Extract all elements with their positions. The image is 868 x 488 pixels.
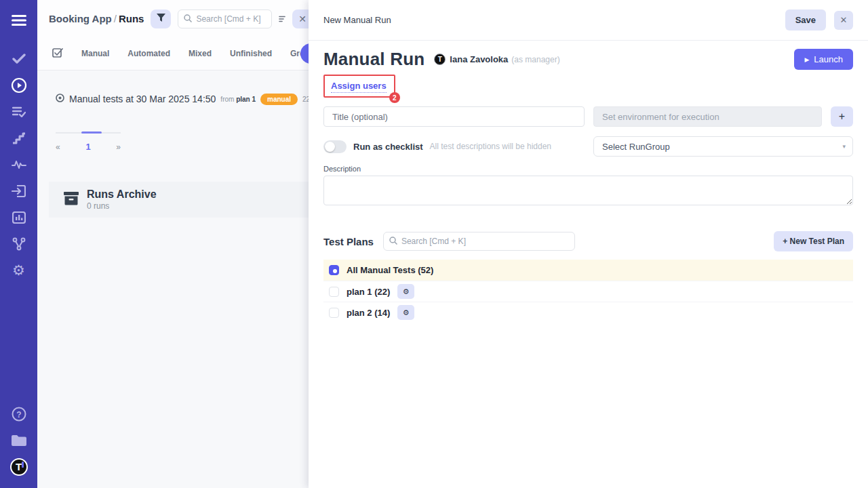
test-plans-list: All Manual Tests (52) plan 1 (22) ⚙ plan… (323, 260, 853, 323)
test-plans-search[interactable] (383, 232, 575, 251)
new-run-button-clipped[interactable] (300, 43, 309, 64)
svg-text:?: ? (16, 409, 21, 419)
reports-bar-chart-icon[interactable] (0, 204, 37, 230)
tab-manual[interactable]: Manual (81, 49, 109, 58)
runs-search[interactable] (178, 9, 272, 28)
folder-icon[interactable] (0, 427, 37, 453)
milestones-steps-icon[interactable] (0, 125, 37, 151)
new-test-plan-button[interactable]: + New Test Plan (774, 231, 853, 251)
panel-close-button[interactable]: ✕ (292, 9, 309, 28)
search-icon (184, 13, 192, 25)
checkbox-unchecked[interactable] (329, 308, 339, 318)
panel-header: New Manual Run Save ✕ (309, 0, 868, 41)
test-plans-heading: Test Plans (323, 236, 374, 247)
app-sidebar: ⚙ ? T (0, 0, 37, 488)
archive-title: Runs Archive (87, 188, 157, 201)
assign-users-highlight: Assign users 2 (323, 75, 395, 98)
run-form: + Run as checklist All test descriptions… (323, 106, 853, 157)
pagination-next-button[interactable]: » (116, 142, 121, 152)
checklist-hint: All test descriptions will be hidden (430, 142, 551, 151)
runs-search-input[interactable] (196, 14, 266, 24)
runs-play-circle-icon[interactable] (0, 72, 37, 98)
import-icon[interactable] (0, 178, 37, 204)
checkbox-unchecked[interactable] (329, 287, 339, 297)
test-plan-row-plan-1[interactable]: plan 1 (22) ⚙ (323, 281, 853, 302)
search-icon (389, 235, 397, 247)
test-plan-row-all-manual[interactable]: All Manual Tests (52) (323, 260, 853, 281)
manager-role: (as manager) (511, 55, 559, 64)
analytics-pulse-icon[interactable] (0, 151, 37, 178)
rungroup-select[interactable]: Select RunGroup ▾ (593, 136, 853, 157)
close-button[interactable]: ✕ (834, 11, 853, 30)
plan-settings-gear-icon[interactable]: ⚙ (397, 284, 414, 299)
page-title: Manual Run (323, 49, 425, 70)
tests-check-icon[interactable] (0, 45, 37, 72)
breadcrumb-project[interactable]: Booking App (49, 13, 112, 24)
title-input[interactable] (323, 106, 585, 127)
description-label: Description (323, 165, 853, 173)
sort-icon[interactable] (279, 13, 285, 25)
run-title-row: Manual Run T Iana Zavoloka (as manager) … (323, 49, 853, 70)
tab-mixed[interactable]: Mixed (189, 49, 212, 58)
save-button[interactable]: Save (785, 9, 826, 30)
checklist-label: Run as checklist (353, 142, 423, 152)
pagination-page-1[interactable]: 1 (85, 142, 90, 152)
branch-icon[interactable] (0, 230, 37, 257)
environment-input[interactable] (593, 106, 822, 127)
manager-avatar: T (434, 54, 446, 65)
test-plans-search-input[interactable] (401, 237, 569, 246)
breadcrumb[interactable]: Booking App/Runs (49, 13, 144, 24)
rungroup-value: Select RunGroup (602, 142, 670, 152)
test-plan-label: plan 2 (14) (347, 308, 390, 318)
funnel-icon (157, 14, 165, 24)
runs-list-panel: Booking App/Runs ✕ Manual Automated Mixe… (37, 0, 309, 488)
runs-archive-row[interactable]: Runs Archive 0 runs (49, 182, 309, 218)
assign-users-link[interactable]: Assign users (331, 81, 387, 93)
run-tests-count: 22 tests (302, 96, 309, 103)
archive-subtitle: 0 runs (87, 201, 157, 211)
panel-header-title: New Manual Run (323, 15, 391, 25)
select-all-runs-icon[interactable] (52, 47, 63, 60)
logo-accent (22, 462, 24, 468)
assign-users-box: Assign users (323, 75, 395, 98)
test-plans-header: Test Plans + New Test Plan (323, 231, 853, 251)
play-icon: ▶ (804, 56, 809, 63)
breadcrumb-separator: / (112, 13, 119, 24)
new-manual-run-panel: New Manual Run Save ✕ Manual Run T Iana … (309, 0, 868, 488)
run-status-icon (56, 93, 64, 105)
run-title[interactable]: Manual tests at 30 Mar 2025 14:50 (69, 94, 216, 104)
breadcrumb-page: Runs (119, 13, 144, 24)
run-list-item[interactable]: Manual tests at 30 Mar 2025 14:50 from p… (56, 93, 302, 105)
tab-unfinished[interactable]: Unfinished (230, 49, 272, 58)
plan-settings-gear-icon[interactable]: ⚙ (397, 305, 414, 320)
run-as-checklist-toggle[interactable] (323, 140, 347, 153)
checklist-row: Run as checklist All test descriptions w… (323, 136, 585, 157)
tab-automated[interactable]: Automated (127, 49, 170, 58)
pagination-prev-button[interactable]: « (56, 142, 60, 152)
settings-gear-icon[interactable]: ⚙ (0, 257, 37, 283)
menu-icon[interactable] (0, 7, 37, 33)
run-plan-name: plan 1 (236, 96, 256, 103)
launch-button[interactable]: ▶ Launch (794, 49, 853, 70)
logo-letter: T (16, 461, 22, 472)
test-plan-label: plan 1 (22) (347, 287, 390, 297)
runs-topbar: Booking App/Runs ✕ (37, 0, 309, 37)
help-icon[interactable]: ? (0, 401, 37, 427)
pagination-track (56, 132, 121, 134)
add-environment-button[interactable]: + (831, 106, 853, 127)
toggle-knob (325, 142, 335, 152)
test-plans-list-icon[interactable] (0, 98, 37, 125)
test-plan-label: All Manual Tests (52) (347, 265, 433, 275)
runs-tabs: Manual Automated Mixed Unfinished Groups (37, 37, 309, 70)
run-from: from plan 1 (220, 96, 256, 103)
annotation-badge: 2 (389, 92, 400, 103)
test-plan-row-plan-2[interactable]: plan 2 (14) ⚙ (323, 302, 853, 323)
manager-name: Iana Zavoloka (450, 54, 508, 64)
run-type-badge: manual (260, 94, 298, 105)
checkbox-checked[interactable] (329, 265, 339, 275)
description-textarea[interactable] (323, 176, 853, 205)
chevron-down-icon: ▾ (842, 143, 846, 150)
pagination-active-indicator (81, 131, 102, 134)
filter-button[interactable] (151, 9, 171, 28)
app-logo[interactable]: T (0, 453, 37, 480)
